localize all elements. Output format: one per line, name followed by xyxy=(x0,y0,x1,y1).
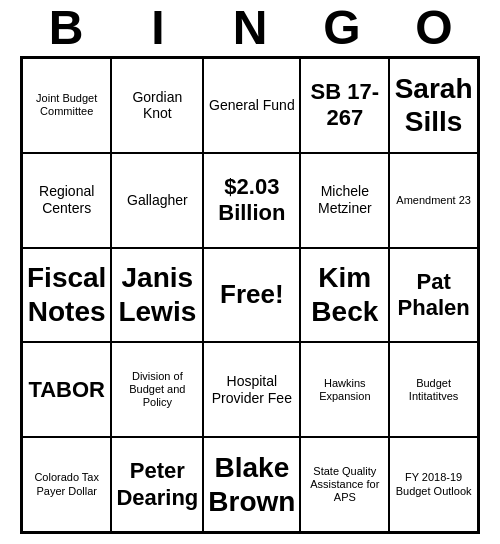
cell-2-0: Fiscal Notes xyxy=(22,248,111,343)
cell-2-1: Janis Lewis xyxy=(111,248,203,343)
bingo-grid: Joint Budget Committee Gordian Knot Gene… xyxy=(20,56,480,534)
cell-3-4: Budget Intitatitves xyxy=(389,342,478,437)
cell-2-4: Pat Phalen xyxy=(389,248,478,343)
cell-4-4: FY 2018-19 Budget Outlook xyxy=(389,437,478,532)
cell-1-1: Gallagher xyxy=(111,153,203,248)
cell-1-3: Michele Metziner xyxy=(300,153,389,248)
cell-4-1: Peter Dearing xyxy=(111,437,203,532)
cell-2-2-free: Free! xyxy=(203,248,300,343)
cell-4-3: State Quality Assistance for APS xyxy=(300,437,389,532)
cell-2-3: Kim Beck xyxy=(300,248,389,343)
cell-0-4: Sarah Sills xyxy=(389,58,478,153)
cell-4-0: Colorado Tax Payer Dollar xyxy=(22,437,111,532)
cell-3-0: TABOR xyxy=(22,342,111,437)
letter-o: O xyxy=(390,4,478,52)
letter-g: G xyxy=(298,4,386,52)
cell-1-0: Regional Centers xyxy=(22,153,111,248)
letter-i: I xyxy=(114,4,202,52)
cell-0-2: General Fund xyxy=(203,58,300,153)
cell-0-0: Joint Budget Committee xyxy=(22,58,111,153)
cell-4-2: Blake Brown xyxy=(203,437,300,532)
cell-3-2: Hospital Provider Fee xyxy=(203,342,300,437)
cell-1-4: Amendment 23 xyxy=(389,153,478,248)
cell-3-1: Division of Budget and Policy xyxy=(111,342,203,437)
cell-3-3: Hawkins Expansion xyxy=(300,342,389,437)
letter-n: N xyxy=(206,4,294,52)
bingo-header: B I N G O xyxy=(20,0,480,56)
cell-0-1: Gordian Knot xyxy=(111,58,203,153)
letter-b: B xyxy=(22,4,110,52)
cell-0-3: SB 17-267 xyxy=(300,58,389,153)
cell-1-2: $2.03 Billion xyxy=(203,153,300,248)
